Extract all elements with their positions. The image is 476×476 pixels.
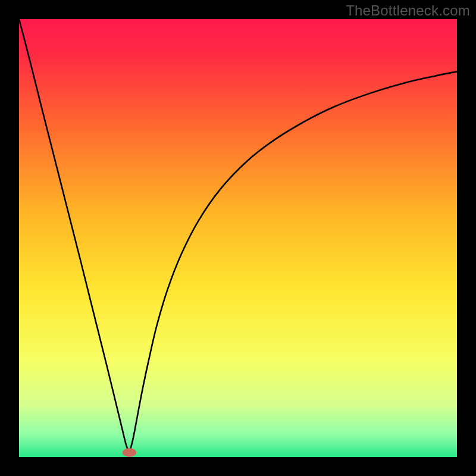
chart-canvas xyxy=(19,19,457,457)
chart-svg xyxy=(19,19,457,457)
watermark-text: TheBottleneck.com xyxy=(346,2,470,19)
outer-frame: TheBottleneck.com xyxy=(0,0,476,476)
gradient-background xyxy=(19,19,457,457)
vertex-marker xyxy=(123,448,137,457)
